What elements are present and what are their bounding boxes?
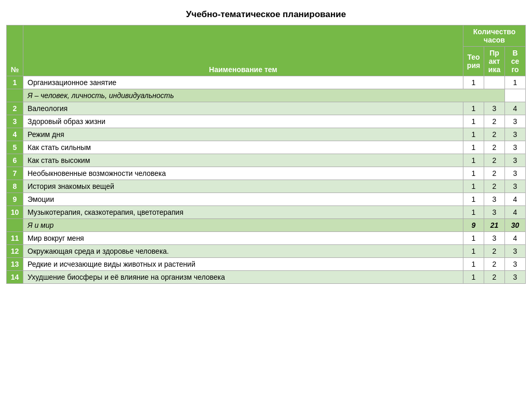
row-name: Необыкновенные возможности человека bbox=[23, 167, 463, 180]
row-theory: 1 bbox=[463, 76, 484, 89]
row-total: 30 bbox=[505, 219, 526, 232]
row-num: 11 bbox=[7, 232, 23, 245]
row-num: 1 bbox=[7, 76, 23, 89]
row-total: 3 bbox=[505, 245, 526, 258]
row-total: 3 bbox=[505, 180, 526, 193]
row-practice: 2 bbox=[484, 258, 505, 271]
row-theory: 9 bbox=[463, 219, 484, 232]
row-practice: 2 bbox=[484, 154, 505, 167]
row-total: 3 bbox=[505, 141, 526, 154]
row-practice: 3 bbox=[484, 232, 505, 245]
row-num: 10 bbox=[7, 206, 23, 219]
row-total: 3 bbox=[505, 271, 526, 284]
row-section-name: Я – человек, личность, индивидуальность bbox=[23, 89, 505, 102]
row-name: Как стать высоким bbox=[23, 154, 463, 167]
col-header-theory: Тео рия bbox=[463, 47, 484, 76]
row-practice: 2 bbox=[484, 141, 505, 154]
row-name: Музыкотерапия, сказкотерапия, цветотерап… bbox=[23, 206, 463, 219]
row-name: Ухудшение биосферы и её влияние на орган… bbox=[23, 271, 463, 284]
row-practice: 3 bbox=[484, 193, 505, 206]
row-practice: 2 bbox=[484, 115, 505, 128]
row-name: Здоровый образ жизни bbox=[23, 115, 463, 128]
row-num: 14 bbox=[7, 271, 23, 284]
row-theory: 1 bbox=[463, 271, 484, 284]
row-name: Режим дня bbox=[23, 128, 463, 141]
row-practice: 3 bbox=[484, 102, 505, 115]
row-theory: 1 bbox=[463, 232, 484, 245]
row-total: 4 bbox=[505, 206, 526, 219]
row-num: 13 bbox=[7, 258, 23, 271]
row-total: 3 bbox=[505, 154, 526, 167]
row-theory: 1 bbox=[463, 258, 484, 271]
row-num: 12 bbox=[7, 245, 23, 258]
row-theory: 1 bbox=[463, 102, 484, 115]
row-total: 3 bbox=[505, 258, 526, 271]
row-total: 3 bbox=[505, 167, 526, 180]
col-header-num: № bbox=[7, 25, 23, 76]
row-practice bbox=[484, 76, 505, 89]
row-section-totals-name: Я и мир bbox=[23, 219, 463, 232]
row-name: Как стать сильным bbox=[23, 141, 463, 154]
row-num bbox=[7, 219, 23, 232]
col-header-name: Наименование тем bbox=[23, 25, 463, 76]
row-theory: 1 bbox=[463, 206, 484, 219]
row-name: Валеология bbox=[23, 102, 463, 115]
row-practice: 3 bbox=[484, 206, 505, 219]
row-theory: 1 bbox=[463, 154, 484, 167]
row-theory: 1 bbox=[463, 141, 484, 154]
row-practice: 2 bbox=[484, 245, 505, 258]
row-num: 9 bbox=[7, 193, 23, 206]
row-num: 4 bbox=[7, 128, 23, 141]
row-name: Мир вокруг меня bbox=[23, 232, 463, 245]
row-num: 2 bbox=[7, 102, 23, 115]
page-container: Учебно-тематическое планирование № Наиме… bbox=[6, 5, 526, 284]
col-header-qty: Количество часов bbox=[463, 25, 526, 47]
row-practice: 2 bbox=[484, 180, 505, 193]
row-total: 4 bbox=[505, 102, 526, 115]
main-table: № Наименование тем Количество часов Тео … bbox=[6, 25, 526, 284]
row-theory: 1 bbox=[463, 128, 484, 141]
row-total: 3 bbox=[505, 115, 526, 128]
row-num: 3 bbox=[7, 115, 23, 128]
row-num: 6 bbox=[7, 154, 23, 167]
row-name: Редкие и исчезающие виды животных и раст… bbox=[23, 258, 463, 271]
row-theory: 1 bbox=[463, 193, 484, 206]
row-num: 7 bbox=[7, 167, 23, 180]
row-theory: 1 bbox=[463, 245, 484, 258]
row-num bbox=[7, 89, 23, 102]
row-practice: 2 bbox=[484, 167, 505, 180]
col-header-practice: Пр акт ика bbox=[484, 47, 505, 76]
row-practice: 21 bbox=[484, 219, 505, 232]
row-theory: 1 bbox=[463, 167, 484, 180]
row-practice: 2 bbox=[484, 271, 505, 284]
row-total: 4 bbox=[505, 232, 526, 245]
row-name: Окружающая среда и здоровье человека. bbox=[23, 245, 463, 258]
row-theory: 1 bbox=[463, 180, 484, 193]
row-num: 8 bbox=[7, 180, 23, 193]
col-header-total: В се го bbox=[505, 47, 526, 76]
row-num: 5 bbox=[7, 141, 23, 154]
page-title: Учебно-тематическое планирование bbox=[6, 5, 526, 25]
row-total: 1 bbox=[505, 76, 526, 89]
row-name: Организационное занятие bbox=[23, 76, 463, 89]
row-total: 3 bbox=[505, 128, 526, 141]
row-total: 4 bbox=[505, 193, 526, 206]
row-name: Эмоции bbox=[23, 193, 463, 206]
row-theory: 1 bbox=[463, 115, 484, 128]
row-name: История знакомых вещей bbox=[23, 180, 463, 193]
row-practice: 2 bbox=[484, 128, 505, 141]
